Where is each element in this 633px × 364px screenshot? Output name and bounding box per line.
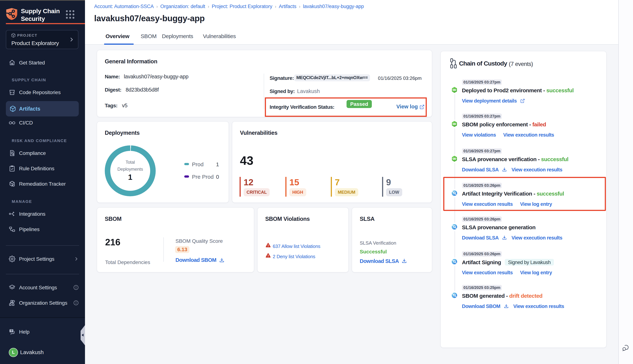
- svg-text:?: ?: [10, 329, 12, 332]
